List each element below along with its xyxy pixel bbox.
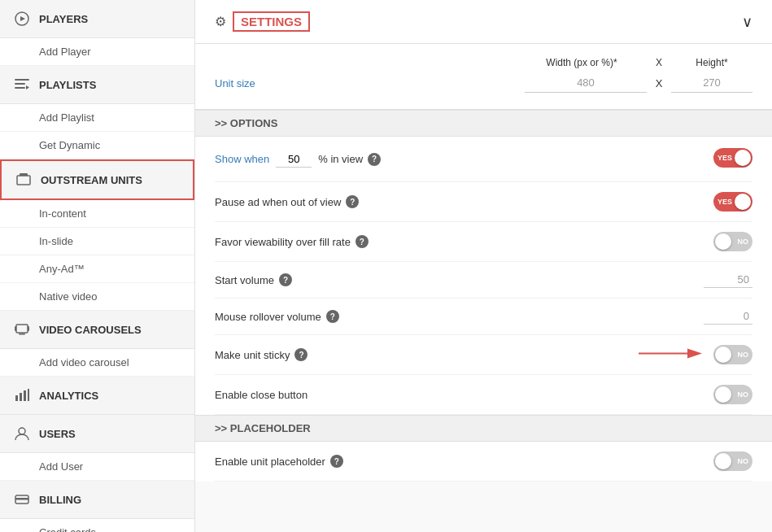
- height-label: Height*: [671, 57, 752, 68]
- make-sticky-toggle[interactable]: NO: [713, 345, 752, 364]
- svg-marker-20: [687, 349, 702, 359]
- players-icon: [13, 10, 31, 28]
- sidebar-section-playlists-label: PLAYLISTS: [39, 79, 96, 91]
- make-sticky-help-icon[interactable]: ?: [294, 348, 307, 361]
- svg-rect-15: [28, 389, 29, 401]
- svg-rect-10: [28, 326, 29, 331]
- svg-rect-4: [15, 87, 25, 89]
- playlists-icon: [13, 76, 31, 94]
- enable-close-toggle-thumb: [715, 386, 731, 403]
- show-when-toggle-track[interactable]: YES: [713, 148, 752, 168]
- enable-close-toggle-track[interactable]: NO: [713, 385, 752, 404]
- show-when-toggle[interactable]: YES: [713, 148, 752, 170]
- settings-title: SETTINGS: [233, 11, 310, 32]
- width-label: Width (px or %)*: [517, 57, 647, 68]
- svg-point-16: [19, 428, 25, 434]
- enable-placeholder-help-icon[interactable]: ?: [330, 455, 343, 468]
- enable-close-row: Enable close button NO: [215, 375, 752, 415]
- start-volume-label: Start volume ?: [215, 273, 704, 286]
- sidebar-section-billing[interactable]: BILLING: [0, 481, 194, 519]
- chevron-down-icon[interactable]: ∨: [742, 13, 752, 31]
- pause-ad-toggle-track[interactable]: YES: [713, 192, 752, 211]
- enable-close-label: Enable close button: [215, 389, 713, 401]
- favor-viewability-help-icon[interactable]: ?: [355, 235, 369, 248]
- svg-rect-7: [20, 173, 28, 176]
- make-sticky-row: Make unit sticky ? NO: [215, 335, 752, 375]
- placeholder-section: Enable unit placeholder ? NO: [195, 442, 772, 482]
- favor-viewability-toggle[interactable]: NO: [713, 232, 752, 251]
- enable-placeholder-toggle[interactable]: NO: [713, 451, 752, 471]
- show-when-help-icon[interactable]: ?: [368, 153, 381, 166]
- enable-placeholder-label: Enable unit placeholder ?: [215, 455, 713, 468]
- svg-marker-5: [26, 85, 29, 89]
- enable-placeholder-toggle-track[interactable]: NO: [713, 451, 752, 471]
- unit-size-row: Unit size X: [215, 73, 752, 93]
- sidebar-item-in-content[interactable]: In-content: [0, 200, 194, 228]
- svg-rect-9: [15, 326, 16, 331]
- sidebar-item-add-player[interactable]: Add Player: [0, 38, 194, 66]
- pause-ad-toggle[interactable]: YES: [713, 192, 752, 211]
- sidebar-item-add-video-carousel[interactable]: Add video carousel: [0, 349, 194, 377]
- show-when-input[interactable]: [276, 151, 312, 168]
- svg-rect-3: [15, 83, 25, 85]
- sidebar-item-native-video[interactable]: Native video: [0, 283, 194, 311]
- favor-viewability-label: Favor viewability over fill rate ?: [215, 235, 713, 248]
- start-volume-help-icon[interactable]: ?: [279, 273, 292, 286]
- height-input[interactable]: [671, 73, 752, 93]
- enable-close-toggle-label: NO: [738, 390, 749, 399]
- mouse-rollover-help-icon[interactable]: ?: [326, 310, 339, 323]
- pause-ad-help-icon[interactable]: ?: [346, 195, 359, 208]
- sidebar-section-playlists[interactable]: PLAYLISTS: [0, 66, 194, 104]
- unit-size-label: Unit size: [215, 77, 525, 89]
- width-input[interactable]: [525, 73, 647, 93]
- options-title: >> OPTIONS: [215, 117, 277, 129]
- svg-rect-8: [16, 325, 28, 333]
- sidebar-section-users-label: USERS: [39, 428, 76, 440]
- sidebar-section-billing-label: BILLING: [39, 494, 81, 506]
- sidebar-item-add-user[interactable]: Add User: [0, 453, 194, 481]
- mouse-rollover-row: Mouse rollover volume ?: [215, 299, 752, 335]
- mouse-rollover-input[interactable]: [704, 308, 752, 325]
- sidebar-section-outstream-units[interactable]: OUTSTREAM UNITS: [0, 159, 194, 200]
- pause-ad-label: Pause ad when out of view ?: [215, 195, 713, 208]
- svg-rect-14: [24, 390, 26, 401]
- main-content: ⚙ SETTINGS ∨ Width (px or %)* X Height* …: [195, 0, 772, 532]
- sidebar-section-analytics[interactable]: ANALYTICS: [0, 377, 194, 415]
- pause-ad-toggle-label: YES: [717, 198, 732, 206]
- make-sticky-toggle-label: NO: [738, 351, 749, 359]
- favor-viewability-row: Favor viewability over fill rate ? NO: [215, 222, 752, 262]
- enable-close-toggle[interactable]: NO: [713, 385, 752, 404]
- unit-size-section: Width (px or %)* X Height* Unit size X: [195, 44, 772, 110]
- sidebar-section-players[interactable]: PLAYERS: [0, 0, 194, 38]
- sidebar-item-in-slide[interactable]: In-slide: [0, 228, 194, 255]
- enable-placeholder-toggle-thumb: [715, 453, 731, 469]
- sidebar-section-video-carousels[interactable]: VIDEO CAROUSELS: [0, 311, 194, 349]
- sidebar-item-any-ad[interactable]: Any-Ad™: [0, 255, 194, 283]
- x-separator: X: [647, 77, 671, 89]
- svg-rect-13: [20, 393, 22, 401]
- pause-ad-toggle-thumb: [735, 194, 751, 210]
- show-when-toggle-label: YES: [717, 154, 732, 162]
- show-when-suffix: % in view: [318, 153, 363, 165]
- show-when-label: Show when: [215, 153, 269, 165]
- options-divider: >> OPTIONS: [195, 110, 772, 137]
- x-separator-label: X: [647, 57, 671, 68]
- sidebar-section-users[interactable]: USERS: [0, 415, 194, 453]
- mouse-rollover-label: Mouse rollover volume ?: [215, 310, 704, 323]
- sidebar: PLAYERS Add Player PLAYLISTS Add Playlis…: [0, 0, 195, 532]
- svg-rect-12: [15, 395, 18, 401]
- favor-viewability-toggle-track[interactable]: NO: [713, 232, 752, 251]
- enable-placeholder-toggle-label: NO: [738, 457, 749, 465]
- sidebar-item-credit-cards[interactable]: Credit cards: [0, 519, 194, 532]
- enable-placeholder-row: Enable unit placeholder ? NO: [215, 442, 752, 482]
- sidebar-section-analytics-label: ANALYTICS: [39, 390, 98, 402]
- favor-viewability-toggle-thumb: [715, 233, 731, 250]
- sidebar-item-get-dynamic[interactable]: Get Dynamic: [0, 132, 194, 159]
- show-when-row: Show when % in view ? YES: [215, 137, 752, 182]
- start-volume-input[interactable]: [704, 272, 752, 288]
- sidebar-item-add-playlist[interactable]: Add Playlist: [0, 104, 194, 132]
- svg-marker-1: [20, 16, 25, 21]
- make-sticky-toggle-thumb: [715, 347, 731, 363]
- video-carousels-icon: [13, 321, 31, 338]
- make-sticky-toggle-track[interactable]: NO: [713, 345, 752, 364]
